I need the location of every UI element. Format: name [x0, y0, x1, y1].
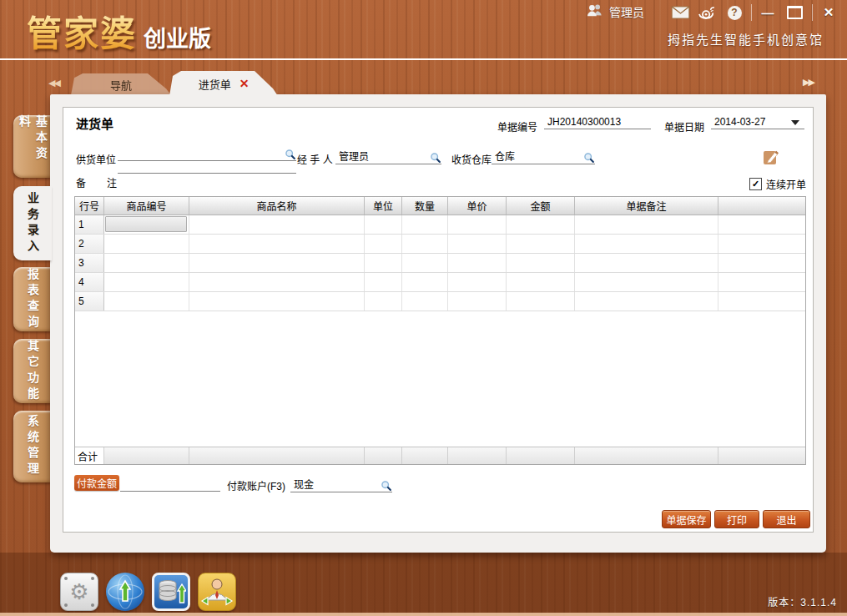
- col-header-unit-price: 单价: [448, 197, 507, 215]
- weibo-icon[interactable]: [693, 5, 721, 20]
- checkbox-check-icon: ✓: [749, 178, 762, 190]
- cell-amount[interactable]: [507, 292, 575, 311]
- row-number: 3: [75, 254, 104, 272]
- cell-product-code[interactable]: [104, 292, 189, 311]
- col-header-filler: [718, 197, 805, 215]
- cell-doc-remark[interactable]: [575, 292, 718, 311]
- sidebar-item-report-query[interactable]: 报表查询: [13, 267, 52, 331]
- handler-search-icon[interactable]: [430, 152, 441, 164]
- sidebar-item-system-management[interactable]: 系统管理: [13, 411, 52, 482]
- supplier-field[interactable]: [118, 149, 296, 161]
- cell-amount[interactable]: [507, 235, 575, 253]
- doc-no-field[interactable]: JH20140300013: [544, 116, 651, 129]
- cell-unit[interactable]: [365, 215, 402, 234]
- cell-unit-price[interactable]: [448, 235, 507, 253]
- main-panel: 进货单 单据编号 JH20140300013 单据日期 2014-03-27 供…: [50, 94, 826, 553]
- cell-doc-remark[interactable]: [575, 254, 718, 272]
- remark-field[interactable]: [118, 172, 296, 174]
- tab-navigation[interactable]: 导航: [71, 73, 171, 95]
- cell-quantity[interactable]: [402, 254, 448, 272]
- col-header-row-no: 行号: [75, 197, 104, 215]
- row-number: 5: [75, 292, 104, 311]
- cell-unit[interactable]: [365, 235, 402, 253]
- app-logo: 管家婆 创业版: [27, 5, 211, 56]
- cell-product-code[interactable]: [104, 254, 189, 272]
- database-backup-icon[interactable]: [152, 573, 190, 611]
- table-row: 1: [75, 215, 805, 235]
- cell-amount[interactable]: [507, 254, 575, 272]
- version-label: 版本：3.1.1.4: [768, 594, 837, 608]
- cell-product-code[interactable]: [104, 235, 189, 253]
- table-row: 5: [75, 292, 805, 311]
- cell-product-name[interactable]: [189, 292, 365, 311]
- sidebar-item-business-entry[interactable]: 业务录入: [13, 186, 52, 260]
- cell-unit[interactable]: [365, 254, 402, 272]
- save-button[interactable]: 单据保存: [662, 510, 711, 528]
- company-name: 拇指先生智能手机创意馆: [668, 30, 824, 48]
- cell-product-code[interactable]: [104, 273, 189, 291]
- close-icon[interactable]: ✕: [816, 5, 841, 20]
- cell-filler: [718, 215, 805, 234]
- cell-product-name[interactable]: [189, 235, 365, 253]
- date-dropdown-icon[interactable]: [791, 120, 799, 125]
- cell-unit-price[interactable]: [448, 254, 507, 272]
- minimize-icon[interactable]: —: [755, 6, 780, 20]
- row-number: 2: [75, 235, 104, 253]
- page-title: 进货单: [76, 114, 113, 132]
- cell-amount[interactable]: [507, 215, 575, 234]
- payment-account-field[interactable]: 现金: [290, 475, 392, 492]
- supplier-label: 供货单位: [76, 152, 116, 166]
- edit-icon[interactable]: [763, 148, 780, 165]
- tabs-scroll-right-icon[interactable]: ▶▶: [803, 77, 814, 88]
- handler-field[interactable]: 管理员: [335, 149, 441, 164]
- cell-quantity[interactable]: [402, 215, 448, 234]
- cell-filler: [718, 254, 805, 272]
- cell-unit-price[interactable]: [448, 215, 507, 234]
- warehouse-search-icon[interactable]: [583, 152, 595, 164]
- cell-product-name[interactable]: [189, 254, 365, 272]
- table-total-row: 合计: [75, 447, 805, 464]
- help-icon[interactable]: ?: [721, 6, 748, 20]
- cell-unit[interactable]: [365, 273, 402, 291]
- doc-date-field[interactable]: 2014-03-27: [711, 116, 804, 129]
- continuous-billing-label: 连续开单: [766, 177, 806, 191]
- tab-close-icon[interactable]: ✕: [239, 77, 250, 90]
- payment-amount-field[interactable]: [120, 477, 220, 492]
- tabs-scroll-left-icon[interactable]: ◀◀: [48, 78, 59, 88]
- selected-cell[interactable]: [105, 216, 187, 232]
- cell-unit-price[interactable]: [448, 292, 507, 311]
- warehouse-field[interactable]: 仓库: [492, 149, 595, 164]
- user-account[interactable]: 管理员: [586, 3, 644, 20]
- supplier-search-icon[interactable]: [285, 149, 296, 160]
- switch-user-icon[interactable]: [198, 573, 236, 611]
- payment-account-search-icon[interactable]: [381, 480, 392, 492]
- exit-button[interactable]: 退出: [763, 510, 810, 528]
- cell-quantity[interactable]: [402, 292, 448, 311]
- maximize-icon[interactable]: [780, 6, 809, 19]
- cell-doc-remark[interactable]: [575, 273, 718, 291]
- titlebar-separator: [751, 4, 752, 21]
- online-upgrade-globe-icon[interactable]: [106, 573, 144, 611]
- continuous-billing-checkbox[interactable]: ✓ 连续开单: [749, 177, 806, 191]
- cell-unit-price[interactable]: [448, 273, 507, 291]
- cell-filler: [718, 235, 805, 253]
- titlebar-icons: ? — ✕: [668, 2, 843, 23]
- cell-product-name[interactable]: [189, 273, 365, 291]
- settings-gear-icon[interactable]: ⚙: [60, 573, 98, 611]
- cell-unit[interactable]: [365, 292, 402, 311]
- tab-navigation-label: 导航: [110, 77, 132, 93]
- tab-purchase-order[interactable]: 进货单 ✕: [169, 71, 278, 96]
- cell-quantity[interactable]: [402, 273, 448, 291]
- cell-product-name[interactable]: [189, 215, 365, 234]
- cell-doc-remark[interactable]: [575, 215, 718, 234]
- sidebar-item-basic-data[interactable]: 基本资料: [13, 115, 52, 178]
- col-header-product-code: 商品编号: [104, 197, 189, 215]
- cell-doc-remark[interactable]: [575, 235, 718, 253]
- remark-label: 备 注: [76, 175, 117, 189]
- mail-icon[interactable]: [668, 6, 693, 19]
- cell-amount[interactable]: [507, 273, 575, 291]
- cell-product-code[interactable]: [104, 215, 189, 234]
- print-button[interactable]: 打印: [714, 510, 759, 528]
- cell-quantity[interactable]: [402, 235, 448, 253]
- sidebar-item-other-functions[interactable]: 其它功能: [13, 339, 52, 403]
